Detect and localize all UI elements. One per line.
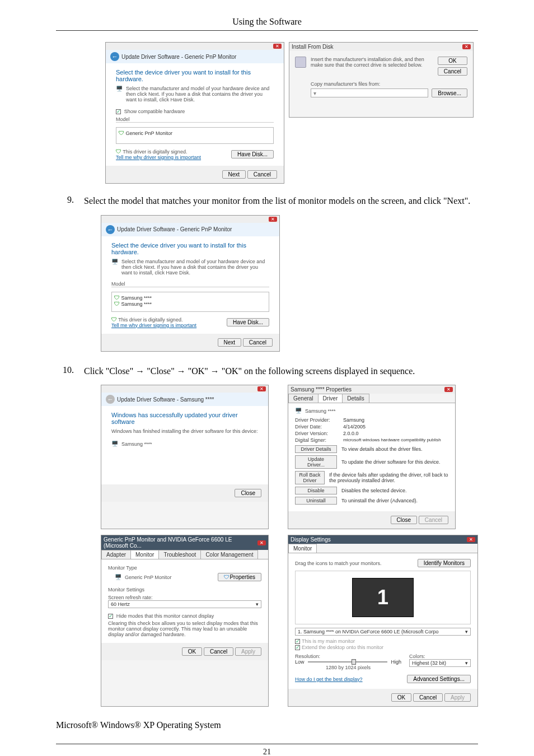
driver-details-desc: To view details about the driver files.	[341, 446, 423, 452]
have-disk-button[interactable]: Have Disk...	[231, 150, 274, 158]
tab-adapter[interactable]: Adapter	[101, 550, 131, 559]
tab-color-management[interactable]: Color Management	[200, 550, 258, 559]
monitor-selector[interactable]: 1. Samsung **** on NVIDIA GeForce 6600 L…	[295, 628, 471, 636]
close-icon[interactable]: ✕	[273, 44, 282, 49]
header-rule	[56, 30, 478, 31]
disable-button[interactable]: Disable	[295, 487, 337, 494]
model-column-header: Model	[116, 116, 274, 123]
dialog-title: Samsung **** Properties	[291, 386, 352, 393]
next-button[interactable]: Next	[218, 338, 242, 347]
monitor-preview[interactable]: 1	[352, 578, 414, 617]
close-icon[interactable]: ✕	[257, 386, 266, 391]
monitor-icon: 🖥️	[295, 408, 302, 414]
close-button[interactable]: Close	[391, 516, 418, 524]
cancel-button[interactable]: Cancel	[438, 67, 467, 76]
disable-desc: Disables the selected device.	[341, 488, 407, 493]
titlebar: ✕	[101, 216, 279, 223]
update-driver-button[interactable]: Update Driver...	[295, 455, 337, 469]
model-item[interactable]: Generic PnP Monitor	[126, 130, 172, 136]
chevron-down-icon: ▾	[465, 660, 468, 666]
cancel-button[interactable]: Cancel	[247, 170, 277, 179]
rollback-button[interactable]: Roll Back Driver	[295, 471, 325, 484]
close-icon[interactable]: ✕	[444, 387, 453, 392]
slider-high: High	[391, 659, 401, 665]
path-combobox[interactable]: ▾	[311, 88, 428, 97]
browse-button[interactable]: Browse...	[432, 88, 467, 97]
titlebar: ✕	[101, 385, 268, 393]
step-text: Click "Close" → "Close" → "OK" → "OK" on…	[84, 365, 478, 377]
have-disk-button[interactable]: Have Disk...	[227, 318, 269, 326]
crumb-text: Update Driver Software - Generic PnP Mon…	[117, 226, 232, 232]
hide-modes-label: Hide modes that this monitor cannot disp…	[116, 613, 214, 619]
advanced-settings-button[interactable]: Advanced Settings...	[407, 675, 471, 683]
dialog-install-from-disk: Install From Disk ✕ Insert the manufactu…	[289, 42, 474, 118]
cancel-button[interactable]: Cancel	[413, 693, 443, 702]
identify-monitors-button[interactable]: Identify Monitors	[418, 559, 471, 567]
signed-text: This driver is digitally signed.	[123, 149, 187, 155]
dialog-body-text: Select the manufacturer and model of you…	[121, 259, 269, 276]
model-list[interactable]: 🛡 Samsung **** 🛡 Samsung ****	[111, 292, 269, 312]
dialog-select-driver-1: ✕ ← Update Driver Software - Generic PnP…	[105, 42, 284, 184]
dialog-driver-properties: Samsung **** Properties ✕ General Driver…	[288, 385, 456, 529]
signing-link[interactable]: Tell me why driver signing is important	[111, 323, 196, 328]
tab-driver[interactable]: Driver	[318, 394, 343, 403]
close-icon[interactable]: ✕	[462, 44, 471, 49]
install-text: Insert the manufacturer's installation d…	[311, 57, 433, 76]
close-icon[interactable]: ✕	[269, 217, 277, 222]
breadcrumb: ← Update Driver Software - Generic PnP M…	[106, 50, 284, 63]
main-monitor-checkbox	[295, 639, 300, 644]
monitor-number: 1	[377, 586, 388, 609]
ok-button[interactable]: OK	[182, 647, 202, 656]
next-button[interactable]: Next	[222, 170, 246, 179]
show-compat-checkbox[interactable]	[116, 109, 121, 114]
dialog-monitor-properties: Generic PnP Monitor and NVIDIA GeForce 6…	[101, 535, 269, 707]
device-name: Samsung ****	[121, 441, 152, 447]
close-button[interactable]: Close	[235, 489, 261, 497]
titlebar: Generic PnP Monitor and NVIDIA GeForce 6…	[101, 535, 268, 550]
uninstall-button[interactable]: Uninstall	[295, 497, 337, 505]
bottom-text: Microsoft® Windows® XP Operating System	[56, 720, 478, 730]
model-list[interactable]: 🛡 Generic PnP Monitor	[116, 127, 274, 144]
refresh-combobox[interactable]: 60 Hertz▾	[108, 600, 261, 608]
driver-details-button[interactable]: Driver Details	[295, 445, 337, 453]
back-icon[interactable]: ←	[106, 225, 115, 234]
ok-button[interactable]: OK	[438, 57, 467, 65]
tab-details[interactable]: Details	[342, 394, 369, 403]
ok-button[interactable]: OK	[391, 693, 411, 702]
model-item[interactable]: Samsung ****	[121, 295, 152, 301]
resolution-slider[interactable]: Low High	[295, 659, 401, 665]
back-icon[interactable]: ←	[110, 52, 119, 61]
properties-button[interactable]: 🛡Properties	[218, 573, 261, 581]
page-header: Using the Software	[56, 17, 478, 30]
colors-combobox[interactable]: Highest (32 bit)▾	[409, 659, 471, 667]
back-icon: ←	[106, 395, 115, 404]
dialog-title: Generic PnP Monitor and NVIDIA GeForce 6…	[104, 536, 257, 549]
slider-thumb[interactable]	[352, 659, 356, 665]
apply-button: Apply	[235, 647, 261, 656]
refresh-value: 60 Hertz	[111, 601, 130, 607]
monitor-settings-label: Monitor Settings	[108, 587, 261, 592]
cancel-button[interactable]: Cancel	[204, 647, 233, 656]
dialog-title: Install From Disk	[292, 44, 333, 50]
tab-troubleshoot[interactable]: Troubleshoot	[158, 550, 201, 559]
close-icon[interactable]: ✕	[257, 540, 266, 545]
hide-modes-checkbox[interactable]	[108, 614, 113, 619]
close-icon[interactable]: ✕	[467, 537, 475, 542]
refresh-label: Screen refresh rate:	[108, 595, 261, 600]
titlebar: Display Settings ✕	[288, 535, 477, 544]
best-display-link[interactable]: How do I get the best display?	[295, 676, 363, 682]
disk-icon	[295, 57, 306, 68]
extend-checkbox	[295, 645, 300, 650]
update-driver-desc: To update the driver software for this d…	[341, 459, 441, 465]
titlebar: Install From Disk ✕	[289, 43, 473, 51]
figures-row-1: ✕ ← Update Driver Software - Generic PnP…	[56, 42, 478, 184]
tab-monitor[interactable]: Monitor	[130, 550, 159, 559]
colors-label: Colors:	[409, 654, 471, 659]
success-heading: Windows has successfully updated your dr…	[111, 412, 258, 425]
signed-text: This driver is digitally signed.	[118, 317, 182, 323]
tab-monitor[interactable]: Monitor	[288, 544, 317, 553]
signing-link[interactable]: Tell me why driver signing is important	[116, 155, 201, 160]
model-item[interactable]: Samsung ****	[121, 301, 152, 307]
cancel-button[interactable]: Cancel	[243, 338, 273, 347]
tab-general[interactable]: General	[288, 394, 318, 403]
